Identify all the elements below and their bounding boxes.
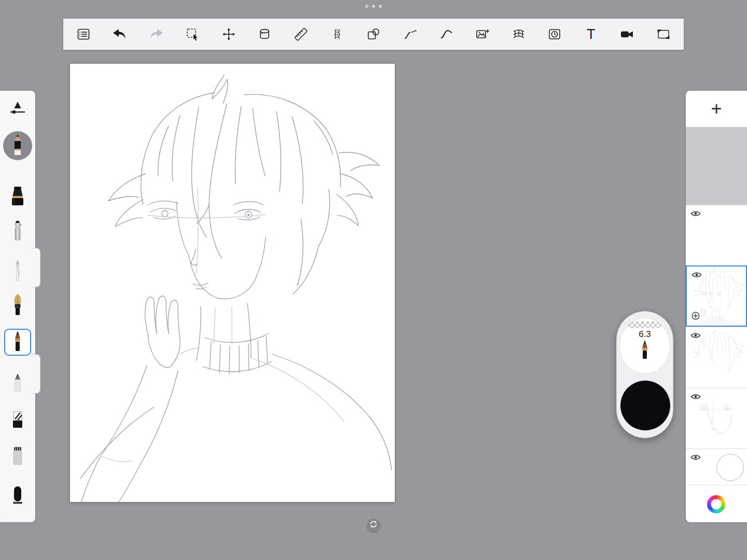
tool-brush-selected[interactable] [0, 328, 35, 357]
eye-icon[interactable] [690, 393, 701, 402]
ink-tool-icon [7, 484, 28, 509]
dotted-curve-icon [403, 27, 417, 41]
text-tool-icon: T [587, 26, 596, 43]
fill-tool-button[interactable] [253, 22, 276, 46]
perspective-grid-button[interactable] [507, 22, 531, 46]
layer-row-construction[interactable] [686, 449, 747, 485]
tool-eraser[interactable] [0, 407, 35, 436]
plus-icon: + [711, 100, 722, 118]
sketch-drawing [70, 64, 395, 502]
brush-sidebar [0, 91, 35, 522]
current-color-swatch[interactable] [620, 381, 670, 430]
eye-icon[interactable] [690, 332, 701, 341]
layers-panel: + [686, 91, 747, 522]
shape-tool-button[interactable] [362, 22, 385, 46]
eraser-icon [7, 409, 28, 433]
tool-blender[interactable] [0, 443, 35, 472]
eye-icon[interactable] [690, 454, 701, 463]
tool-ballpoint-pen[interactable] [0, 257, 35, 286]
select-tool-button[interactable] [181, 22, 204, 46]
move-tool-button[interactable] [217, 22, 241, 46]
rotate-canvas-button[interactable] [367, 519, 380, 532]
list-icon [76, 27, 91, 41]
brush-icon [12, 330, 23, 355]
frame-icon [656, 27, 671, 41]
layers-panel-spacer [686, 127, 747, 205]
timelapse-button[interactable] [543, 22, 566, 46]
symmetry-icon [330, 27, 344, 41]
video-button[interactable] [615, 22, 639, 46]
alpha-checker-strip [628, 321, 661, 328]
perspective-grid-icon [511, 27, 526, 41]
brush-widget: 6.3 [616, 311, 673, 438]
tool-tip-adjuster[interactable] [0, 94, 35, 123]
undo-button[interactable] [108, 22, 132, 46]
video-camera-icon [619, 27, 635, 41]
tool-marker[interactable] [0, 183, 35, 212]
add-image-button[interactable] [471, 22, 494, 46]
color-wheel-button[interactable] [707, 495, 725, 513]
symmetry-tool-button[interactable] [325, 22, 349, 46]
tool-soft-pencil[interactable] [0, 369, 35, 398]
paint-cylinder-icon [257, 27, 272, 41]
drawing-canvas[interactable] [70, 64, 395, 502]
redo-button[interactable] [144, 22, 168, 46]
tool-group-handle[interactable] [31, 354, 40, 394]
eye-icon[interactable] [690, 210, 701, 219]
selection-marquee-icon [185, 26, 200, 42]
canvas-frame-button[interactable] [652, 22, 675, 46]
layer-row-face[interactable] [686, 388, 747, 449]
layer-row-hair[interactable] [686, 327, 747, 388]
add-layer-button[interactable]: + [686, 91, 747, 127]
soft-pencil-icon [7, 371, 28, 396]
brush-size-value: 6.3 [639, 329, 651, 340]
fountain-nib-icon [7, 292, 28, 319]
timelapse-clock-icon [547, 27, 562, 41]
menu-button[interactable] [72, 22, 95, 46]
pencil-icon [12, 133, 23, 159]
ruler-icon [293, 26, 309, 42]
curve-tool-button[interactable] [434, 22, 458, 46]
tool-group-handle[interactable] [31, 248, 40, 287]
move-arrows-icon [222, 27, 236, 41]
text-tool-button[interactable]: T [579, 22, 603, 46]
tip-adjuster-icon [7, 99, 28, 119]
airbrush-icon [7, 219, 28, 245]
brush-size-dial[interactable]: 6.3 [619, 318, 670, 374]
layer-row-empty[interactable] [686, 205, 747, 265]
marker-icon [7, 185, 28, 209]
multitask-handle[interactable] [365, 5, 382, 8]
tool-ink[interactable] [0, 482, 35, 511]
dotted-curve-tool-button[interactable] [398, 22, 422, 46]
brush-tip-icon [639, 340, 651, 362]
add-image-icon [475, 27, 490, 41]
move-layer-icon[interactable] [691, 312, 700, 322]
main-toolbar: T [63, 19, 684, 50]
curve-icon [439, 27, 453, 41]
shapes-icon [366, 27, 381, 41]
tool-airbrush[interactable] [0, 218, 35, 247]
ruler-tool-button[interactable] [289, 22, 313, 46]
blender-icon [7, 445, 28, 470]
undo-arrow-icon [112, 27, 128, 41]
eye-icon[interactable] [691, 271, 702, 281]
rotate-arrows-icon [369, 520, 378, 531]
layer-row-lineart[interactable] [686, 265, 747, 327]
tool-pencil-selected[interactable] [0, 131, 35, 160]
ballpoint-pen-icon [7, 258, 28, 285]
tool-fountain-nib[interactable] [0, 291, 35, 320]
layers-panel-footer [686, 485, 747, 522]
redo-arrow-icon [148, 27, 164, 41]
